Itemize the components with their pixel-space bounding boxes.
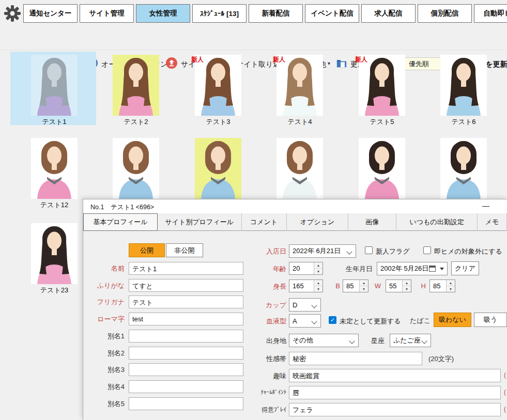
waist-stepper[interactable]: 55 ▲▼: [386, 279, 411, 292]
dialog-tab-3[interactable]: オプション: [287, 213, 349, 231]
chevron-down-icon: [311, 302, 317, 308]
spinner-arrows-icon[interactable]: ▲▼: [314, 262, 322, 274]
left-field-input[interactable]: テスト1: [129, 262, 243, 275]
bust-value: 85: [346, 282, 354, 290]
charm-point-input[interactable]: 唇: [289, 386, 501, 399]
photo-item[interactable]: [276, 138, 323, 199]
waist-label: W: [366, 282, 381, 290]
photo-item[interactable]: [113, 138, 159, 199]
cup-label: カップ: [249, 301, 286, 310]
birthdate-picker[interactable]: 2002年 5月26日: [377, 262, 448, 275]
blood-type-select[interactable]: A: [289, 314, 321, 328]
dialog-tab-0[interactable]: 基本プロフィール: [83, 213, 158, 231]
photo-item[interactable]: [31, 138, 78, 199]
newbie-badge: 新人: [355, 55, 367, 64]
main-tab-8[interactable]: 自動即ヒメ: [474, 4, 507, 23]
publish-button[interactable]: 公開: [129, 243, 165, 257]
tobacco-yes-button[interactable]: 吸う: [474, 313, 507, 327]
bust-stepper[interactable]: 85 ▲▼: [343, 279, 368, 292]
dialog-tab-1[interactable]: サイト別プロフィール: [158, 213, 242, 231]
birthdate-value: 2002年 5月26日: [380, 264, 428, 273]
main-tab-0[interactable]: 通知センター: [23, 4, 78, 23]
newbie-flag-checkbox[interactable]: [365, 246, 373, 254]
undecided-update-checkbox[interactable]: [329, 316, 336, 324]
photo-name-label: テスト1: [13, 117, 96, 127]
minimize-button[interactable]: —: [480, 201, 491, 210]
birthdate-label: 生年月日: [336, 265, 373, 274]
left-field-input[interactable]: [129, 347, 243, 360]
photo-item[interactable]: [359, 138, 405, 199]
photo-name-label: テスト3: [177, 117, 259, 127]
erogenous-label: 性感帯: [251, 354, 286, 364]
left-field-input[interactable]: [129, 363, 243, 376]
birthplace-select[interactable]: その他: [289, 334, 359, 347]
blood-type-value: A: [293, 317, 297, 325]
toolbar: 女の子（30人） ▾ オートコンパニオン サイト登録 サイト取り込み ▾: [0, 26, 507, 50]
unpublish-button[interactable]: 非公開: [166, 243, 203, 257]
newbie-badge: 新人: [273, 55, 285, 64]
dialog-tab-5[interactable]: いつもの出勤設定: [396, 213, 478, 231]
char-limit-note: (20文字): [428, 354, 454, 364]
age-stepper[interactable]: 20 ▲▼: [289, 262, 323, 275]
dialog-tab-4[interactable]: 画像: [348, 213, 396, 231]
left-field-input[interactable]: test: [129, 313, 243, 325]
dialog-tab-6[interactable]: メモ: [478, 213, 507, 231]
main-tab-5[interactable]: イベント配信: [305, 4, 359, 23]
top-bar: 通知センターサイト管理女性管理ｽｹｼﾞｭｰﾙ [13]新着配信イベント配信求人配…: [0, 0, 507, 26]
photo-item[interactable]: [195, 138, 241, 199]
left-field-input[interactable]: [129, 330, 243, 343]
photo-item[interactable]: [31, 55, 78, 116]
height-stepper[interactable]: 165 ▲▼: [289, 279, 323, 292]
store-date-select[interactable]: 2022年 6月21日: [289, 244, 356, 258]
undecided-update-label: 未定として更新する: [340, 317, 401, 326]
photo-item[interactable]: [113, 55, 159, 116]
main-tab-7[interactable]: 個別配信: [418, 4, 472, 23]
main-tab-1[interactable]: サイト管理: [80, 4, 134, 23]
store-date-value: 2022年 6月21日: [293, 246, 341, 256]
birthplace-label: 出身地: [251, 336, 286, 346]
birthplace-value: その他: [293, 336, 313, 345]
zodiac-select[interactable]: ふたご座: [390, 334, 431, 347]
tobacco-no-button[interactable]: 吸わない: [434, 313, 471, 327]
exclude-sokuhime-checkbox[interactable]: [423, 246, 431, 254]
favorite-play-input[interactable]: フェラ: [289, 403, 501, 416]
exclude-sokuhime-label: 即ヒメの対象外にする: [434, 247, 502, 256]
hobby-input[interactable]: 映画鑑賞: [289, 369, 501, 382]
newbie-flag-label: 新人フラグ: [376, 247, 410, 256]
photo-name-label: テスト2: [95, 117, 177, 127]
spinner-arrows-icon[interactable]: ▲▼: [402, 280, 411, 292]
erogenous-input[interactable]: 秘密: [289, 352, 422, 365]
left-field-input[interactable]: てすと: [129, 279, 243, 292]
avatar-illustration: [195, 138, 241, 199]
main-tab-4[interactable]: 新着配信: [249, 4, 303, 23]
main-tab-2[interactable]: 女性管理: [136, 4, 190, 23]
cup-select[interactable]: D: [289, 298, 321, 312]
cut-text-fragment: (: [504, 371, 506, 379]
hip-stepper[interactable]: 85 ▲▼: [429, 279, 455, 292]
spinner-arrows-icon[interactable]: ▲▼: [446, 280, 455, 292]
main-tab-6[interactable]: 求人配信: [361, 4, 416, 23]
dialog-tab-2[interactable]: コメント: [242, 213, 287, 231]
left-field-input[interactable]: テスト: [129, 295, 243, 308]
clear-button[interactable]: クリア: [451, 261, 479, 275]
settings-gear-icon[interactable]: [3, 4, 22, 25]
spinner-arrows-icon[interactable]: ▲▼: [314, 280, 322, 292]
chevron-down-icon: [421, 338, 427, 344]
bust-label: B: [326, 282, 340, 290]
left-field-label: ローマ字: [83, 315, 125, 324]
photo-item[interactable]: [440, 55, 487, 116]
photo-item[interactable]: [440, 138, 487, 199]
avatar-illustration: [276, 138, 323, 199]
calendar-icon: [429, 266, 436, 272]
dialog-titlebar[interactable]: No.1 テスト1 <696> —: [83, 199, 507, 213]
left-field-label: 名前: [83, 264, 125, 273]
avatar-illustration: [113, 138, 159, 199]
avatar-illustration: [359, 138, 405, 199]
left-field-label: フリガナ: [83, 298, 125, 307]
left-field-input[interactable]: [129, 380, 243, 393]
photo-item[interactable]: [31, 223, 78, 284]
left-field-input[interactable]: [129, 397, 243, 410]
main-tab-3[interactable]: ｽｹｼﾞｭｰﾙ [13]: [192, 4, 247, 23]
zodiac-value: ふたご座: [393, 336, 421, 345]
age-value: 20: [293, 265, 300, 272]
